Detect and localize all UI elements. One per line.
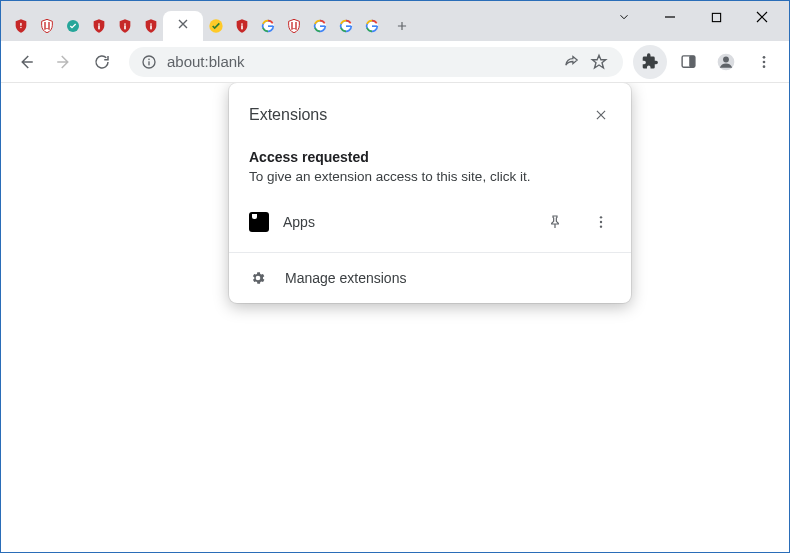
toolbar: about:blank bbox=[1, 41, 789, 83]
profile-button[interactable] bbox=[709, 45, 743, 79]
side-panel-button[interactable] bbox=[671, 45, 705, 79]
svg-rect-23 bbox=[712, 13, 720, 21]
svg-point-8 bbox=[124, 23, 126, 25]
avatar-icon bbox=[716, 52, 736, 72]
puzzle-icon bbox=[642, 53, 659, 70]
tab-2[interactable] bbox=[33, 11, 60, 41]
extension-app-icon bbox=[249, 212, 269, 232]
svg-rect-26 bbox=[148, 61, 149, 65]
popup-close-button[interactable] bbox=[585, 99, 617, 131]
bookmark-icon[interactable] bbox=[585, 45, 613, 79]
svg-point-32 bbox=[763, 60, 766, 63]
extensions-popup: Extensions Access requested To give an e… bbox=[229, 83, 631, 303]
tab-6[interactable] bbox=[137, 11, 164, 41]
tab-1[interactable] bbox=[7, 11, 34, 41]
tab-8[interactable] bbox=[202, 11, 229, 41]
svg-point-25 bbox=[148, 58, 150, 60]
minimize-button[interactable] bbox=[647, 1, 693, 33]
svg-point-31 bbox=[763, 56, 766, 59]
kebab-icon bbox=[756, 54, 772, 70]
manage-extensions-label: Manage extensions bbox=[285, 270, 406, 286]
svg-rect-18 bbox=[320, 25, 325, 27]
svg-rect-22 bbox=[372, 25, 377, 27]
titlebar bbox=[1, 1, 789, 41]
tab-search-button[interactable] bbox=[601, 1, 647, 33]
svg-rect-9 bbox=[124, 25, 126, 29]
close-icon bbox=[594, 108, 608, 122]
site-info-icon[interactable] bbox=[139, 52, 159, 72]
access-requested-heading: Access requested bbox=[229, 135, 631, 167]
svg-rect-11 bbox=[150, 25, 152, 29]
gear-icon bbox=[249, 269, 267, 287]
forward-button[interactable] bbox=[47, 45, 81, 79]
svg-rect-7 bbox=[98, 25, 100, 29]
manage-extensions-button[interactable]: Manage extensions bbox=[229, 257, 631, 303]
window-controls bbox=[601, 1, 789, 41]
extensions-button[interactable] bbox=[633, 45, 667, 79]
svg-point-36 bbox=[600, 225, 602, 227]
svg-point-30 bbox=[723, 56, 729, 62]
side-panel-icon bbox=[680, 53, 697, 70]
close-window-button[interactable] bbox=[739, 1, 785, 33]
svg-point-35 bbox=[600, 221, 602, 223]
extension-name: Apps bbox=[283, 214, 525, 230]
pin-extension-button[interactable] bbox=[539, 206, 571, 238]
svg-point-33 bbox=[763, 65, 766, 68]
svg-rect-14 bbox=[241, 25, 243, 29]
tab-12[interactable] bbox=[306, 11, 333, 41]
tab-10[interactable] bbox=[254, 11, 281, 41]
pin-icon bbox=[547, 214, 563, 230]
access-requested-subtext: To give an extension access to this site… bbox=[229, 167, 631, 196]
tab-strip bbox=[1, 1, 601, 41]
divider bbox=[229, 252, 631, 253]
svg-point-6 bbox=[98, 23, 100, 25]
maximize-button[interactable] bbox=[693, 1, 739, 33]
tab-3[interactable] bbox=[59, 11, 86, 41]
tab-14[interactable] bbox=[358, 11, 385, 41]
tab-5[interactable] bbox=[111, 11, 138, 41]
share-icon[interactable] bbox=[557, 45, 585, 79]
page-content: Extensions Access requested To give an e… bbox=[1, 83, 789, 552]
plus-icon bbox=[395, 19, 409, 33]
svg-point-13 bbox=[241, 23, 243, 25]
tab-9[interactable] bbox=[228, 11, 255, 41]
new-tab-button[interactable] bbox=[388, 12, 416, 40]
address-bar[interactable]: about:blank bbox=[129, 47, 623, 77]
svg-rect-20 bbox=[346, 25, 351, 27]
back-button[interactable] bbox=[9, 45, 43, 79]
tab-11[interactable] bbox=[280, 11, 307, 41]
menu-button[interactable] bbox=[747, 45, 781, 79]
svg-point-10 bbox=[150, 23, 152, 25]
kebab-icon bbox=[593, 214, 609, 230]
svg-rect-28 bbox=[689, 56, 695, 67]
tab-active[interactable] bbox=[163, 11, 203, 41]
reload-button[interactable] bbox=[85, 45, 119, 79]
svg-point-34 bbox=[600, 216, 602, 218]
close-tab-icon[interactable] bbox=[175, 16, 191, 36]
popup-title: Extensions bbox=[249, 106, 327, 124]
tab-13[interactable] bbox=[332, 11, 359, 41]
url-text: about:blank bbox=[167, 53, 245, 70]
extension-more-button[interactable] bbox=[585, 206, 617, 238]
svg-rect-16 bbox=[268, 25, 273, 27]
extension-row[interactable]: Apps bbox=[229, 196, 631, 248]
tab-4[interactable] bbox=[85, 11, 112, 41]
